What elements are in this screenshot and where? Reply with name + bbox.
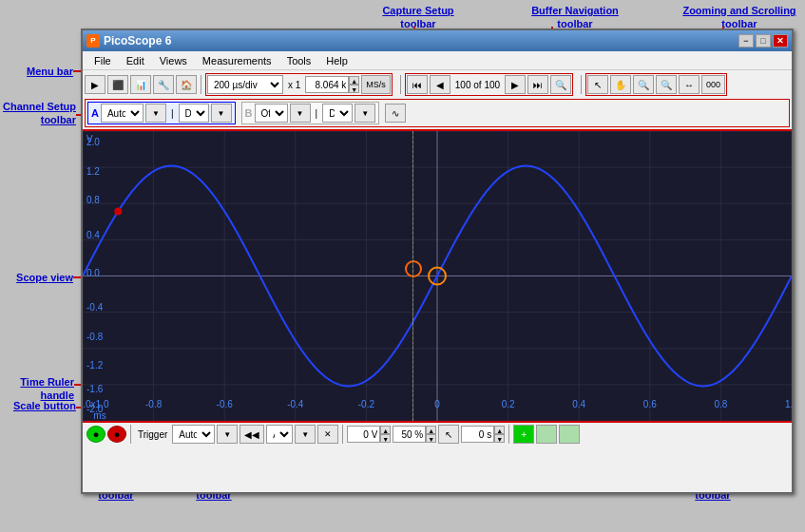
voltage-down[interactable]: ▼ [380, 434, 391, 443]
chart-bar-btn[interactable]: 📊 [130, 75, 151, 94]
channel-setup-label: Channel Setup toolbar [0, 100, 76, 127]
close-button[interactable]: ✕ [773, 34, 788, 48]
trigger-percent-spinner[interactable]: ▲ ▼ [393, 426, 436, 443]
buf-last[interactable]: ⏭ [527, 75, 548, 94]
bt-sep-1 [130, 425, 131, 444]
channel-b-box: B Off ▼ | DC ▼ [241, 102, 380, 124]
ch-b-coupling-label: | [313, 108, 321, 119]
title-bar: P PicoScope 6 − □ ✕ [83, 30, 792, 51]
samples-input[interactable] [305, 76, 349, 93]
time-down[interactable]: ▼ [494, 434, 505, 443]
ch-a-range-down[interactable]: ▼ [145, 104, 166, 123]
trigger-channel-select[interactable]: A [266, 425, 293, 444]
zoom-out-btn[interactable]: 🔍 [656, 75, 677, 94]
samples-unit: MS/s [361, 75, 391, 94]
menu-edit[interactable]: Edit [119, 53, 152, 68]
trigger-ch-down[interactable]: ▼ [295, 425, 316, 444]
trigger-type[interactable]: ✕ [317, 425, 338, 444]
ch-b-label: B [245, 107, 253, 119]
window-title: PicoScope 6 [104, 34, 171, 48]
timebase-select[interactable]: 200 µs/div [207, 75, 283, 94]
trigger-time-spinner[interactable]: ▲ ▼ [461, 426, 505, 443]
ch-a-coupling-label: | [168, 108, 177, 119]
buffer-nav-toolbar: ⏮ ◀ 100 of 100 ▶ ⏭ 🔍 [405, 73, 573, 96]
menu-tools[interactable]: Tools [279, 53, 319, 68]
capture-setup-label: Capture Setup toolbar [371, 4, 466, 31]
samples-up[interactable]: ▲ [349, 76, 359, 85]
toolbars-container: ▶ ⬛ 📊 🔧 🏠 200 µs/div x 1 ▲ ▼ MS [83, 70, 792, 131]
trigger-voltage[interactable] [347, 426, 380, 443]
channel-a-box: A Auto ▼ | DC ▼ [87, 102, 236, 124]
single-btn[interactable]: ⬛ [107, 75, 128, 94]
ch-a-label: A [91, 107, 99, 119]
zooming-label: Zooming and Scrolling toolbar [682, 4, 796, 31]
trigger-label: Trigger [135, 429, 170, 440]
bottom-toolbar: ● ● Trigger Auto ▼ ◀◀ A ▼ ✕ ▲ ▼ ▲ [83, 421, 792, 446]
start-button[interactable]: ● [86, 426, 105, 443]
buffer-position: 100 of 100 [452, 80, 503, 90]
ch-b-coupling-down[interactable]: ▼ [355, 104, 375, 123]
trigger-marker [405, 260, 422, 277]
menu-measurements[interactable]: Measurements [195, 53, 279, 68]
settings-btn[interactable]: 🔧 [153, 75, 174, 94]
menu-views[interactable]: Views [152, 53, 195, 68]
trigger-voltage-spinner[interactable]: ▲ ▼ [347, 426, 391, 443]
trigger-prev[interactable]: ◀◀ [240, 425, 264, 444]
trigger-line [412, 131, 413, 421]
channel-setup-toolbar: A Auto ▼ | DC ▼ B Off ▼ | DC [85, 99, 790, 127]
menu-bar: File Edit Views Measurements Tools Help [83, 51, 792, 70]
buf-prev[interactable]: ◀ [430, 75, 450, 94]
voltage-up[interactable]: ▲ [380, 426, 391, 434]
trigger-mode-select[interactable]: Auto [172, 425, 215, 444]
scope-view[interactable] [83, 131, 792, 421]
stop-button[interactable]: ● [107, 426, 126, 443]
ch-a-coupling[interactable]: DC [179, 104, 209, 123]
bt-sep-3 [508, 425, 509, 444]
time-up[interactable]: ▲ [494, 426, 505, 434]
hand-btn[interactable]: ✋ [610, 75, 631, 94]
measurement-btn-2[interactable] [559, 425, 580, 444]
zoom-in-btn[interactable]: 🔍 [633, 75, 654, 94]
add-measurement[interactable]: + [513, 425, 534, 444]
maximize-button[interactable]: □ [756, 34, 771, 48]
trigger-cursor[interactable]: ↖ [438, 425, 459, 444]
home-btn[interactable]: 🏠 [176, 75, 197, 94]
buf-search[interactable]: 🔍 [550, 75, 571, 94]
percent-up[interactable]: ▲ [426, 426, 436, 434]
scope-canvas [83, 131, 792, 421]
samples-spinner[interactable]: ▲ ▼ [305, 76, 359, 93]
trigger-time[interactable] [461, 426, 494, 443]
pointer-btn[interactable]: ↖ [587, 75, 608, 94]
ch-a-coupling-down[interactable]: ▼ [211, 104, 232, 123]
zoom-extra-btn[interactable]: 000 [701, 75, 725, 94]
ch-a-range[interactable]: Auto [101, 104, 144, 123]
app-icon: P [86, 34, 100, 48]
ch-b-state[interactable]: Off [255, 104, 288, 123]
bt-sep-2 [342, 425, 343, 444]
multiplier-label: x 1 [285, 80, 303, 90]
percent-down[interactable]: ▼ [426, 434, 436, 443]
separator-1 [201, 75, 201, 94]
separator-3 [581, 75, 582, 94]
run-stop-btn[interactable]: ▶ [85, 75, 105, 94]
buffer-nav-label: Buffer Navigation toolbar [527, 4, 623, 31]
trigger-percent[interactable] [393, 426, 426, 443]
zoom-fit-btn[interactable]: ↔ [679, 75, 700, 94]
menu-file[interactable]: File [86, 53, 119, 68]
math-channel-btn[interactable]: ∿ [385, 104, 406, 123]
samples-down[interactable]: ▼ [349, 85, 359, 93]
separator-2 [400, 75, 401, 94]
buf-first[interactable]: ⏮ [407, 75, 428, 94]
scale-button-label: Scale button [2, 399, 76, 412]
minimize-button[interactable]: − [738, 34, 754, 48]
capture-setup-toolbar: 200 µs/div x 1 ▲ ▼ MS/s [205, 73, 393, 96]
ch-b-down[interactable]: ▼ [290, 104, 311, 123]
zoom-scroll-toolbar: ↖ ✋ 🔍 🔍 ↔ 000 [585, 73, 727, 96]
trigger-mode-down[interactable]: ▼ [217, 425, 238, 444]
main-window: P PicoScope 6 − □ ✕ File Edit Views Meas… [81, 28, 794, 494]
measurement-btn-1[interactable] [536, 425, 557, 444]
scope-view-label: Scope view [2, 271, 73, 284]
ch-b-coupling[interactable]: DC [322, 104, 353, 123]
menu-help[interactable]: Help [318, 53, 355, 68]
buf-next[interactable]: ▶ [505, 75, 526, 94]
